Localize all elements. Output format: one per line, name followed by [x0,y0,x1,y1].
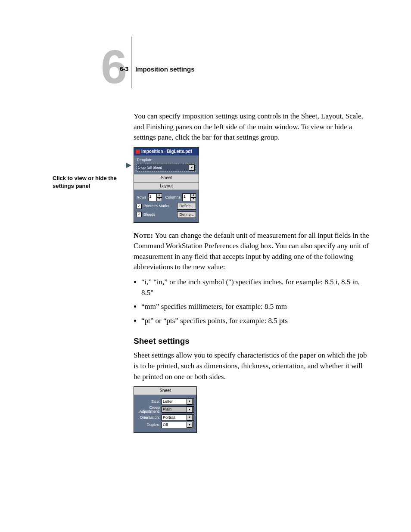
panel-title-text: Imposition - BigLetts.pdf [141,149,192,155]
columns-value[interactable]: 1 [182,193,191,201]
note-body: You can change the default unit of measu… [134,231,369,271]
columns-stepper[interactable]: 1 ▲▼ [182,193,196,201]
bleeds-label: Bleeds [143,212,156,218]
rows-value[interactable]: 1 [148,193,157,201]
sheet-pane-bar[interactable]: Sheet [134,174,199,182]
size-row: Size: Letter ▼ [137,398,194,405]
orientation-row: Orientation: Portrait ▼ [137,414,194,421]
template-label: Template [137,157,196,163]
up-arrow-icon[interactable]: ▲ [191,193,196,197]
columns-label: Columns [165,195,181,200]
list-item: “mm” specifies millimeters, for example:… [141,302,370,312]
orientation-label: Orientation: [137,415,162,420]
layout-pane-bar[interactable]: Layout [134,182,199,190]
body-column: You can specify imposition settings usin… [134,111,370,433]
rows-columns-row: Rows 1 ▲▼ Columns 1 ▲▼ [137,193,196,201]
printers-marks-checkbox[interactable]: ✓ [137,204,142,209]
define-printers-marks-button[interactable]: Define... [177,203,196,209]
printers-marks-label: Printer's Marks [143,203,169,209]
page: 6 6-3 Imposition settings Click to view … [0,0,411,532]
creep-dropdown: Plain ▼ [162,406,194,413]
down-arrow-icon[interactable]: ▼ [157,197,162,201]
chevron-down-icon[interactable]: ▼ [187,422,193,428]
page-reference: 6-3 [120,65,128,72]
intro-paragraph: You can specify imposition settings usin… [134,111,370,143]
size-value: Letter [163,399,173,404]
chevron-down-icon[interactable]: ▼ [187,414,193,420]
sheet-settings-paragraph: Sheet settings allow you to specify char… [134,350,370,382]
bleeds-checkbox[interactable]: ✓ [137,212,142,217]
header-rule [131,37,131,88]
template-dropdown[interactable]: 1-up full bleed ▼ [137,164,196,171]
printers-marks-row: ✓ Printer's Marks Define... [137,203,196,209]
creep-value: Plain [163,407,171,412]
side-caption: Click to view or hide the settings panel [53,174,121,190]
imposition-panel: Imposition - BigLetts.pdf Template 1-up … [134,147,199,223]
bleeds-row: ✓ Bleeds Define... [137,212,196,218]
sheet-panel-bar[interactable]: Sheet [134,387,196,395]
sheet-panel-body: Size: Letter ▼ Creep Adjustment: Plain ▼… [134,395,196,432]
creep-row: Creep Adjustment: Plain ▼ [137,406,194,414]
duplex-row: Duplex: Off ▼ [137,422,194,428]
sheet-settings-heading: Sheet settings [134,335,370,347]
list-item: “i,” “in,” or the inch symbol (") specif… [141,277,370,298]
duplex-label: Duplex: [137,422,162,428]
chevron-down-icon[interactable]: ▼ [189,165,195,171]
down-arrow-icon[interactable]: ▼ [191,197,196,201]
note-label: Note: [134,231,153,240]
app-icon [136,149,140,154]
units-bullet-list: “i,” “in,” or the inch symbol (") specif… [134,277,370,327]
template-section: Template 1-up full bleed ▼ [134,156,199,174]
template-value: 1-up full bleed [138,165,162,171]
creep-label: Creep Adjustment: [137,406,162,414]
up-arrow-icon[interactable]: ▲ [157,193,162,197]
define-bleeds-button[interactable]: Define... [177,212,196,218]
pointer-arrow-icon [126,163,131,168]
orientation-value: Portrait [163,415,175,420]
size-dropdown[interactable]: Letter ▼ [162,398,194,405]
list-item: “pt” or “pts” specifies points, for exam… [141,316,370,327]
page-title: Imposition settings [135,65,195,73]
note-paragraph: Note: You can change the default unit of… [134,230,370,273]
rows-stepper[interactable]: 1 ▲▼ [148,193,162,201]
sheet-settings-panel: Sheet Size: Letter ▼ Creep Adjustment: P… [134,386,197,433]
duplex-value: Off [163,422,168,428]
duplex-dropdown[interactable]: Off ▼ [162,422,194,428]
layout-section: Rows 1 ▲▼ Columns 1 ▲▼ ✓ Printer's Marks [134,190,199,222]
rows-label: Rows [137,195,146,200]
size-label: Size: [137,399,162,404]
panel-titlebar: Imposition - BigLetts.pdf [134,148,199,156]
chevron-down-icon: ▼ [187,407,193,413]
orientation-dropdown[interactable]: Portrait ▼ [162,414,194,421]
chevron-down-icon[interactable]: ▼ [187,398,193,404]
